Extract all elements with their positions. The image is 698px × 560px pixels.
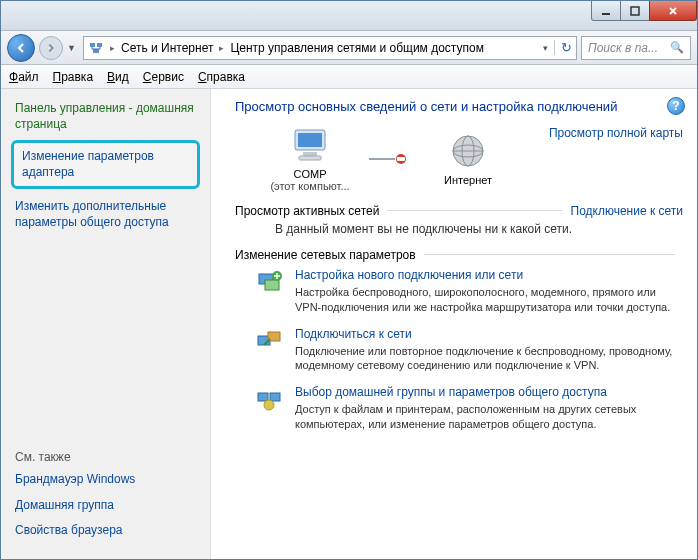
svg-rect-21	[258, 393, 268, 401]
connect-network-icon	[255, 327, 283, 355]
connection-broken-icon	[369, 153, 409, 165]
refresh-button[interactable]: ↻	[554, 40, 572, 55]
sidebar-internet-options-link[interactable]: Свойства браузера	[15, 523, 196, 539]
sidebar-sharing-settings[interactable]: Изменить дополнительные параметры общего…	[15, 199, 196, 230]
nav-history-dropdown[interactable]: ▼	[67, 43, 79, 53]
arrow-right-icon	[46, 43, 56, 53]
globe-icon	[447, 132, 489, 170]
maximize-button[interactable]	[620, 1, 650, 21]
svg-rect-8	[299, 156, 321, 160]
connect-to-network-link[interactable]: Подключение к сети	[571, 204, 683, 218]
full-map-link[interactable]: Просмотр полной карты	[549, 126, 683, 140]
map-this-computer: COMP (этот компьют...	[265, 126, 355, 192]
main-panel: ? Просмотр основных сведений о сети и на…	[211, 89, 697, 559]
maximize-icon	[630, 6, 640, 16]
homegroup-icon	[255, 385, 283, 413]
svg-rect-2	[90, 43, 95, 47]
menu-tools[interactable]: Сервис	[143, 70, 184, 84]
titlebar	[1, 1, 697, 31]
menu-help[interactable]: Справка	[198, 70, 245, 84]
task-link[interactable]: Настройка нового подключения или сети	[295, 268, 683, 282]
search-box[interactable]: Поиск в па... 🔍	[581, 36, 691, 60]
svg-rect-0	[602, 13, 610, 15]
menu-bar: Файл Правка Вид Сервис Справка	[1, 65, 697, 89]
sidebar-home-link[interactable]: Панель управления - домашняя страница	[15, 101, 196, 132]
sidebar-homegroup-link[interactable]: Домашняя группа	[15, 498, 196, 514]
task-link[interactable]: Выбор домашней группы и параметров общег…	[295, 385, 683, 399]
change-settings-header: Изменение сетевых параметров	[235, 248, 683, 262]
nav-toolbar: ▼ ▸ Сеть и Интернет ▸ Центр управления с…	[1, 31, 697, 65]
svg-rect-11	[397, 157, 405, 161]
content-area: Панель управления - домашняя страница Из…	[1, 89, 697, 559]
breadcrumb-part[interactable]: Центр управления сетями и общим доступом	[230, 41, 484, 55]
task-link[interactable]: Подключиться к сети	[295, 327, 683, 341]
task-connect-network: Подключиться к сети Подключение или повт…	[235, 327, 683, 374]
svg-rect-22	[270, 393, 280, 401]
chevron-right-icon: ▸	[219, 43, 224, 53]
minimize-icon	[601, 6, 611, 16]
back-button[interactable]	[7, 34, 35, 62]
forward-button[interactable]	[39, 36, 63, 60]
minimize-button[interactable]	[591, 1, 621, 21]
address-bar[interactable]: ▸ Сеть и Интернет ▸ Центр управления сет…	[83, 36, 577, 60]
arrow-left-icon	[15, 42, 27, 54]
active-networks-header: Просмотр активных сетей Подключение к се…	[235, 204, 683, 218]
see-also-label: См. также	[15, 450, 196, 464]
menu-view[interactable]: Вид	[107, 70, 129, 84]
sidebar: Панель управления - домашняя страница Из…	[1, 89, 211, 559]
breadcrumb-part[interactable]: Сеть и Интернет	[121, 41, 213, 55]
new-connection-icon	[255, 268, 283, 296]
svg-rect-4	[93, 49, 99, 53]
no-connection-text: В данный момент вы не подключены ни к ка…	[235, 222, 683, 236]
task-new-connection: Настройка нового подключения или сети На…	[235, 268, 683, 315]
network-center-icon	[88, 40, 104, 56]
close-icon	[668, 6, 678, 16]
task-desc: Настройка беспроводного, широкополосного…	[295, 285, 683, 315]
svg-rect-1	[631, 7, 639, 15]
sidebar-adapter-settings[interactable]: Изменение параметров адаптера	[11, 140, 200, 189]
close-button[interactable]	[649, 1, 697, 21]
svg-point-23	[264, 400, 274, 410]
sidebar-firewall-link[interactable]: Брандмауэр Windows	[15, 472, 196, 488]
task-desc: Доступ к файлам и принтерам, расположенн…	[295, 402, 683, 432]
task-homegroup: Выбор домашней группы и параметров общег…	[235, 385, 683, 432]
menu-edit[interactable]: Правка	[53, 70, 94, 84]
svg-rect-6	[298, 133, 322, 147]
svg-rect-17	[265, 280, 279, 290]
chevron-right-icon: ▸	[110, 43, 115, 53]
menu-file[interactable]: Файл	[9, 70, 39, 84]
window-buttons	[592, 1, 697, 21]
network-map: Просмотр полной карты COMP (этот компьют…	[235, 126, 683, 192]
chevron-down-icon[interactable]: ▾	[543, 43, 548, 53]
page-title: Просмотр основных сведений о сети и наст…	[235, 99, 683, 116]
computer-icon	[289, 126, 331, 164]
search-placeholder: Поиск в па...	[588, 41, 658, 55]
task-list: Настройка нового подключения или сети На…	[235, 268, 683, 432]
search-icon: 🔍	[670, 41, 684, 54]
map-internet: Интернет	[423, 132, 513, 186]
task-desc: Подключение или повторное подключение к …	[295, 344, 683, 374]
help-button[interactable]: ?	[667, 97, 685, 115]
svg-rect-7	[303, 152, 317, 156]
svg-rect-3	[97, 43, 102, 47]
